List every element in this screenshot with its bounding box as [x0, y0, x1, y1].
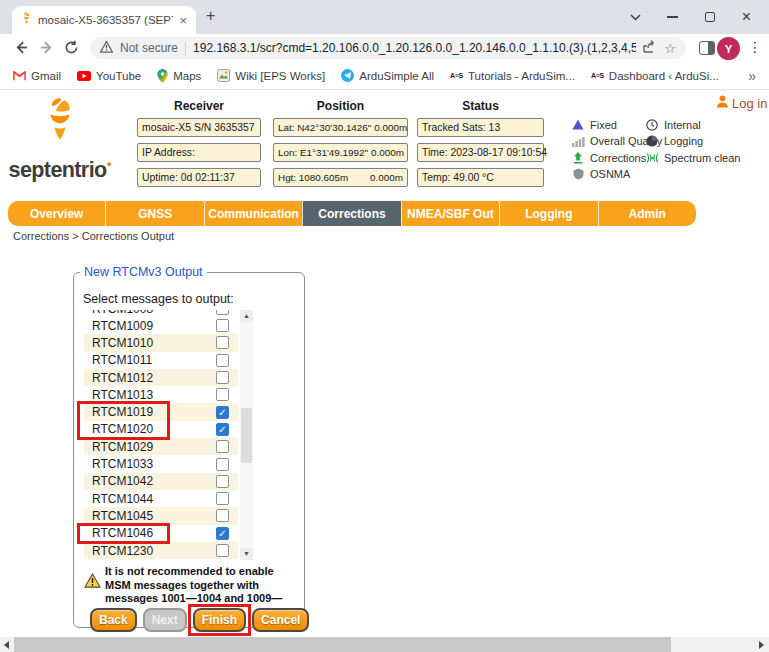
message-checkbox[interactable]: [216, 440, 229, 453]
message-checkbox[interactable]: [216, 354, 229, 367]
bookmark-label: Tutorials - ArduSim...: [468, 70, 575, 82]
tab-admin[interactable]: Admin: [598, 201, 696, 226]
list-scrollbar-thumb[interactable]: [241, 408, 252, 463]
message-row-rtcm1019[interactable]: RTCM1019✓: [84, 403, 238, 420]
info-box: Uptime: 0d 02:11:37: [137, 168, 261, 187]
bars-icon: [571, 136, 585, 147]
scroll-right-arrow-icon[interactable]: [759, 641, 764, 649]
message-row-rtcm1020[interactable]: RTCM1020✓: [84, 421, 238, 438]
message-checkbox[interactable]: [216, 310, 229, 315]
message-row-rtcm1046[interactable]: RTCM1046✓: [84, 525, 238, 542]
up-arrow-icon: [571, 152, 585, 164]
tab-nmea-sbf-out[interactable]: NMEA/SBF Out: [401, 201, 499, 226]
scroll-up-arrow-icon[interactable]: ▲: [240, 310, 253, 322]
security-label[interactable]: Not secure: [120, 41, 178, 55]
septentrio-favicon-icon: [21, 12, 32, 28]
bookmark-star-icon[interactable]: ☆: [664, 41, 676, 56]
bookmark-items: GmailYouTubeMapsWiki [EPS Works]ArduSimp…: [13, 69, 748, 83]
bookmark-youtube[interactable]: YouTube: [77, 70, 141, 82]
message-row-rtcm1029[interactable]: RTCM1029: [84, 438, 238, 455]
bookmark-ardusimple-all[interactable]: ArduSimple All: [341, 69, 434, 82]
maps-icon: [157, 69, 168, 83]
indicator-internal: Internal: [645, 118, 740, 131]
browser-menu-icon[interactable]: ⋮: [748, 39, 762, 55]
tab-communication[interactable]: Communication: [204, 201, 302, 226]
ardusimple-icon: [341, 69, 354, 82]
message-row-rtcm1013[interactable]: RTCM1013: [84, 386, 238, 403]
finish-button[interactable]: Finish: [193, 608, 246, 632]
message-label: RTCM1008: [92, 310, 153, 316]
message-checkbox[interactable]: [216, 544, 229, 557]
share-icon[interactable]: [643, 39, 657, 57]
message-checkbox[interactable]: [216, 336, 229, 349]
message-row-rtcm1033[interactable]: RTCM1033: [84, 455, 238, 472]
message-checkbox[interactable]: ✓: [216, 406, 229, 419]
main-nav: OverviewGNSSCommunicationCorrectionsNMEA…: [8, 201, 696, 226]
message-checkbox[interactable]: [216, 492, 229, 505]
panel-receiver: Receivermosaic-X5 S/N 3635357IP Address:…: [137, 99, 261, 187]
tab-logging[interactable]: Logging: [499, 201, 597, 226]
bookmark-gmail[interactable]: Gmail: [13, 70, 61, 82]
tab-gnss[interactable]: GNSS: [105, 201, 203, 226]
reload-button[interactable]: [64, 40, 79, 59]
message-row-rtcm1011[interactable]: RTCM1011: [84, 352, 238, 369]
bookmark-tutorials-ardusim[interactable]: A≡STutorials - ArduSim...: [450, 70, 575, 82]
brand-wordmark: septentrio●: [4, 160, 116, 182]
message-row-clipped[interactable]: RTCM1008: [84, 310, 238, 317]
message-checkbox[interactable]: [216, 475, 229, 488]
bookmark-dashboard-ardusi[interactable]: A≡SDashboard ‹ ArduSi...: [591, 70, 719, 82]
message-label: RTCM1012: [92, 371, 153, 385]
back-button[interactable]: [12, 39, 29, 60]
message-checkbox[interactable]: [216, 371, 229, 384]
bookmark-wiki-eps-works[interactable]: Wiki [EPS Works]: [217, 69, 325, 82]
message-label: RTCM1009: [92, 319, 153, 333]
scroll-down-arrow-icon[interactable]: ▼: [240, 548, 253, 560]
message-checkbox[interactable]: ✓: [216, 527, 229, 540]
message-row-rtcm1012[interactable]: RTCM1012: [84, 369, 238, 386]
info-text: Lon: E1°31'49.1992": [278, 147, 368, 158]
message-label: RTCM1230: [92, 544, 153, 558]
list-scrollbar[interactable]: ▲ ▼: [240, 310, 253, 560]
profile-avatar[interactable]: Y: [717, 37, 740, 60]
tab-search-chevron-icon[interactable]: [617, 0, 654, 34]
brand-trademark-dot: ●: [107, 159, 112, 169]
address-bar[interactable]: Not secure 192.168.3.1/scr?cmd=1.20.106.…: [90, 37, 686, 59]
browser-tab[interactable]: mosaic-X5-3635357 (SEPT) - Sept ×: [12, 6, 196, 34]
bookmark-label: YouTube: [96, 70, 141, 82]
tab-overview[interactable]: Overview: [8, 201, 105, 226]
message-checkbox[interactable]: ✓: [216, 423, 229, 436]
message-checkbox[interactable]: [216, 319, 229, 332]
disc-icon: [645, 135, 659, 147]
bookmark-maps[interactable]: Maps: [157, 69, 201, 83]
message-checkbox[interactable]: [216, 509, 229, 522]
message-row-rtcm1042[interactable]: RTCM1042: [84, 473, 238, 490]
message-row-rtcm1230[interactable]: RTCM1230: [84, 542, 238, 559]
message-checkbox[interactable]: [216, 388, 229, 401]
indicator-label: Spectrum clean: [664, 152, 740, 164]
message-row-rtcm1044[interactable]: RTCM1044: [84, 490, 238, 507]
browser-window: mosaic-X5-3635357 (SEPT) - Sept × + × No…: [0, 0, 769, 652]
tab-close-icon[interactable]: ×: [179, 13, 187, 28]
message-row-rtcm1010[interactable]: RTCM1010: [84, 334, 238, 351]
new-tab-button[interactable]: +: [206, 7, 215, 25]
window-close-button[interactable]: ×: [728, 0, 765, 34]
bookmark-label: Dashboard ‹ ArduSi...: [609, 70, 719, 82]
horizontal-scrollbar[interactable]: [0, 637, 769, 652]
message-row-rtcm1045[interactable]: RTCM1045: [84, 507, 238, 524]
horizontal-scrollbar-thumb[interactable]: [14, 637, 671, 652]
minimize-button[interactable]: [654, 0, 691, 34]
maximize-button[interactable]: [691, 0, 728, 34]
url-text[interactable]: 192.168.3.1/scr?cmd=1.20.106.0.0_1.20.12…: [193, 41, 636, 55]
cancel-button[interactable]: Cancel: [252, 608, 309, 632]
bookmarks-overflow-icon[interactable]: »: [748, 68, 756, 84]
forward-button[interactable]: [39, 39, 56, 60]
login-link[interactable]: Log in: [716, 95, 767, 111]
message-row-rtcm1009[interactable]: RTCM1009: [84, 317, 238, 334]
message-label: RTCM1010: [92, 336, 153, 350]
tab-corrections[interactable]: Corrections: [302, 201, 400, 226]
side-panel-icon[interactable]: [699, 41, 715, 55]
scroll-left-arrow-icon[interactable]: [4, 641, 9, 649]
bookmark-label: Wiki [EPS Works]: [235, 70, 325, 82]
message-checkbox[interactable]: [216, 458, 229, 471]
back-button[interactable]: Back: [90, 608, 137, 632]
